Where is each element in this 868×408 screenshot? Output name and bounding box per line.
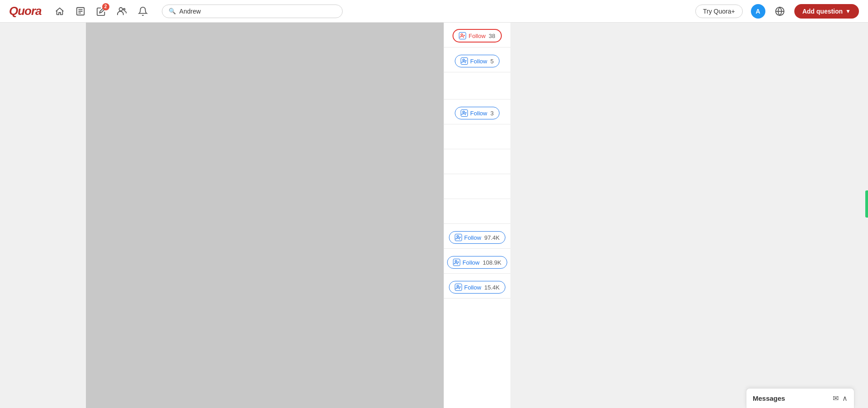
panel-item-10: Follow 108.9K — [444, 249, 510, 274]
try-quora-button[interactable]: Try Quora+ — [695, 5, 743, 18]
add-question-caret: ▼ — [845, 8, 851, 14]
search-icon: 🔍 — [169, 8, 176, 14]
follow-icon-11 — [455, 284, 462, 291]
follow-label-4: Follow — [470, 110, 487, 117]
follow-label-1: Follow — [468, 33, 486, 39]
follow-label-9: Follow — [464, 234, 481, 241]
svg-point-17 — [457, 236, 458, 237]
panel-item-7 — [444, 174, 510, 199]
right-panel: Follow 38 Follow 5 Follow 3 — [443, 23, 510, 408]
panel-item-3 — [444, 72, 510, 100]
follow-button-10[interactable]: Follow 108.9K — [447, 256, 507, 269]
messages-label: Messages — [753, 394, 785, 402]
add-question-button[interactable]: Add question ▼ — [794, 4, 859, 19]
search-input[interactable] — [179, 8, 336, 15]
panel-item-8 — [444, 199, 510, 224]
follow-label-11: Follow — [464, 284, 481, 291]
follow-count-9: 97.4K — [484, 234, 500, 241]
page-content: Follow 38 Follow 5 Follow 3 — [0, 23, 868, 408]
follow-count-1: 38 — [489, 33, 495, 39]
follow-count-11: 15.4K — [484, 284, 500, 291]
panel-item-11: Follow 15.4K — [444, 274, 510, 299]
svg-point-11 — [463, 59, 465, 61]
search-bar[interactable]: 🔍 — [162, 5, 343, 18]
panel-item-5 — [444, 124, 510, 149]
follow-button-1[interactable]: Follow 38 — [453, 29, 501, 43]
home-icon[interactable] — [53, 5, 66, 18]
svg-point-5 — [123, 8, 125, 10]
left-sidebar — [0, 23, 86, 408]
follow-icon-1 — [459, 32, 466, 39]
follow-count-2: 5 — [491, 58, 494, 65]
messages-box[interactable]: Messages ✉ ∧ — [746, 388, 854, 408]
follow-button-2[interactable]: Follow 5 — [455, 55, 500, 67]
svg-point-20 — [455, 261, 457, 262]
messages-collapse-icon[interactable]: ∧ — [842, 394, 848, 403]
follow-label-2: Follow — [470, 58, 487, 65]
follow-count-10: 108.9K — [483, 259, 501, 266]
svg-point-23 — [457, 285, 458, 287]
svg-point-14 — [463, 111, 465, 113]
follow-icon-4 — [461, 109, 468, 117]
panel-item-6 — [444, 149, 510, 174]
follow-button-4[interactable]: Follow 3 — [455, 107, 500, 119]
write-icon[interactable]: 2 — [95, 5, 108, 18]
panel-item-1: Follow 38 — [444, 23, 510, 47]
follow-button-9[interactable]: Follow 97.4K — [449, 231, 506, 244]
avatar[interactable]: A — [751, 4, 765, 19]
follow-icon-2 — [461, 57, 468, 65]
green-side-tab[interactable] — [865, 190, 868, 218]
messages-compose-icon[interactable]: ✉ — [833, 394, 839, 403]
follow-button-11[interactable]: Follow 15.4K — [449, 281, 506, 294]
main-content — [86, 23, 443, 408]
follow-label-10: Follow — [462, 259, 480, 266]
language-icon[interactable] — [774, 5, 786, 18]
write-badge: 2 — [102, 3, 109, 10]
svg-point-4 — [119, 7, 122, 10]
panel-item-4: Follow 3 — [444, 100, 510, 124]
answers-icon[interactable] — [74, 5, 87, 18]
right-extra-space — [510, 23, 868, 408]
quora-logo[interactable]: Quora — [9, 4, 42, 18]
follow-count-4: 3 — [491, 110, 494, 117]
follow-icon-9 — [455, 234, 462, 241]
panel-item-2: Follow 5 — [444, 47, 510, 72]
navbar: Quora 2 🔍 Try Quora+ A Add question ▼ — [0, 0, 868, 23]
panel-item-9: Follow 97.4K — [444, 224, 510, 249]
follow-icon-10 — [453, 259, 460, 266]
spaces-icon[interactable] — [116, 5, 128, 18]
svg-point-8 — [461, 34, 463, 36]
notifications-icon[interactable] — [137, 5, 149, 18]
messages-actions: ✉ ∧ — [833, 394, 848, 403]
